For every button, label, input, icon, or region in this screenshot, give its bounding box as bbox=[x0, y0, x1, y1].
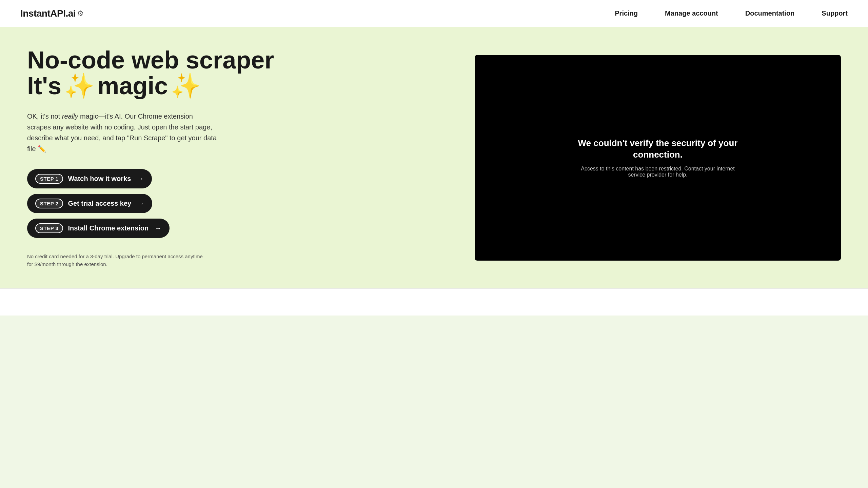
bottom-bar bbox=[0, 288, 868, 316]
logo-brand: InstantAPI bbox=[20, 8, 65, 19]
hero-description: OK, it's not really magic—it's AI. Our C… bbox=[27, 111, 217, 154]
trial-note: No credit card needed for a 3-day trial.… bbox=[27, 253, 203, 268]
step-2-badge: STEP 2 bbox=[35, 199, 63, 208]
sparkle-icon-2: ✨ bbox=[171, 73, 201, 99]
step-3-arrow: → bbox=[155, 224, 161, 232]
step-3-label: Install Chrome extension bbox=[68, 224, 149, 232]
step-1-arrow: → bbox=[137, 175, 144, 183]
description-em: really bbox=[62, 113, 78, 120]
nav-links: Pricing Manage account Documentation Sup… bbox=[615, 9, 848, 17]
gear-icon: ⚙ bbox=[77, 9, 84, 18]
navbar: InstantAPI.ai ⚙ Pricing Manage account D… bbox=[0, 0, 868, 27]
hero-title-line2: It's ✨magic✨ bbox=[27, 73, 461, 99]
nav-link-pricing[interactable]: Pricing bbox=[615, 9, 638, 17]
step-1-badge: STEP 1 bbox=[35, 174, 63, 184]
hero-title-magic: magic bbox=[97, 73, 168, 99]
nav-link-documentation[interactable]: Documentation bbox=[745, 9, 795, 17]
nav-link-support[interactable]: Support bbox=[822, 9, 848, 17]
hero-section: No-code web scraper It's ✨magic✨ OK, it'… bbox=[0, 27, 868, 288]
description-before-em: OK, it's not bbox=[27, 113, 62, 120]
video-error-title: We couldn't verify the security of your … bbox=[563, 138, 753, 161]
logo[interactable]: InstantAPI.ai ⚙ bbox=[20, 8, 84, 19]
hero-video: We couldn't verify the security of your … bbox=[475, 55, 841, 261]
hero-title-prefix: It's bbox=[27, 73, 61, 99]
step-2-button[interactable]: STEP 2 Get trial access key → bbox=[27, 194, 152, 213]
step-2-arrow: → bbox=[137, 200, 144, 207]
logo-text: InstantAPI.ai bbox=[20, 8, 76, 19]
step-1-label: Watch how it works bbox=[68, 175, 131, 183]
hero-title: No-code web scraper It's ✨magic✨ bbox=[27, 47, 461, 99]
hero-title-line1: No-code web scraper bbox=[27, 47, 461, 73]
step-1-button[interactable]: STEP 1 Watch how it works → bbox=[27, 169, 152, 188]
steps-container: STEP 1 Watch how it works → STEP 2 Get t… bbox=[27, 169, 461, 238]
step-3-button[interactable]: STEP 3 Install Chrome extension → bbox=[27, 219, 170, 238]
nav-link-manage-account[interactable]: Manage account bbox=[665, 9, 718, 17]
step-2-label: Get trial access key bbox=[68, 200, 131, 207]
step-3-badge: STEP 3 bbox=[35, 223, 63, 233]
hero-content: No-code web scraper It's ✨magic✨ OK, it'… bbox=[27, 47, 475, 268]
sparkle-icon-1: ✨ bbox=[64, 73, 95, 99]
video-container: We couldn't verify the security of your … bbox=[475, 55, 841, 261]
logo-domain: .ai bbox=[65, 8, 76, 19]
video-error-subtitle: Access to this content has been restrict… bbox=[563, 166, 753, 178]
